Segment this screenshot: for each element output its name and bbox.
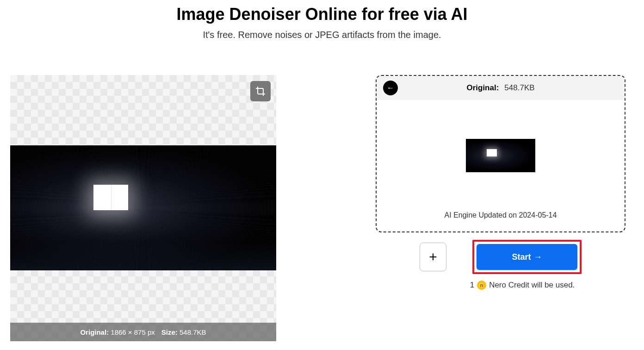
start-label: Start	[512, 252, 531, 262]
add-image-button[interactable]: +	[420, 243, 446, 271]
credit-count: 1	[470, 281, 474, 290]
image-thumbnail[interactable]	[466, 139, 535, 172]
thumbnail-highlight	[487, 149, 497, 156]
image-highlight	[93, 185, 128, 210]
size-label: Size:	[161, 328, 178, 336]
start-button[interactable]: Start →	[477, 244, 577, 270]
drop-zone[interactable]: ← Original: 548.7KB AI Engine Updated on…	[376, 75, 625, 232]
credit-info: 1 n Nero Credit will be used.	[419, 281, 625, 290]
image-preview-panel: Original: 1866 × 875 px Size: 548.7KB	[10, 75, 276, 341]
page-title: Image Denoiser Online for free via AI	[0, 5, 644, 24]
engine-update-text: AI Engine Updated on 2024-05-14	[377, 211, 625, 228]
image-floor	[10, 243, 276, 270]
thumbnail-content	[466, 139, 535, 172]
page-subtitle: It's free. Remove noises or JPEG artifac…	[0, 30, 644, 40]
arrow-left-icon: ←	[387, 84, 394, 92]
image-info-bar: Original: 1866 × 875 px Size: 548.7KB	[10, 323, 276, 341]
crop-icon	[255, 86, 266, 97]
coin-icon: n	[477, 281, 486, 290]
uploaded-image	[10, 145, 276, 270]
crop-button[interactable]	[250, 81, 271, 101]
image-content	[10, 145, 276, 270]
control-panel: ← Original: 548.7KB AI Engine Updated on…	[376, 75, 625, 341]
thumbnail-area	[377, 100, 625, 211]
panel-original-label: Original:	[466, 83, 499, 93]
size-value: 548.7KB	[180, 328, 206, 336]
original-dimensions: 1866 × 875 px	[111, 328, 155, 336]
start-button-highlight: Start →	[472, 240, 582, 274]
back-button[interactable]: ←	[383, 81, 398, 95]
original-label: Original:	[80, 328, 109, 336]
credit-text: Nero Credit will be used.	[489, 281, 575, 290]
panel-header: ← Original: 548.7KB	[377, 76, 625, 100]
plus-icon: +	[429, 249, 437, 265]
actions-row: + Start →	[376, 240, 625, 274]
transparency-background: Original: 1866 × 875 px Size: 548.7KB	[10, 75, 276, 341]
arrow-right-icon: →	[534, 252, 542, 262]
panel-original-size: 548.7KB	[504, 83, 534, 93]
